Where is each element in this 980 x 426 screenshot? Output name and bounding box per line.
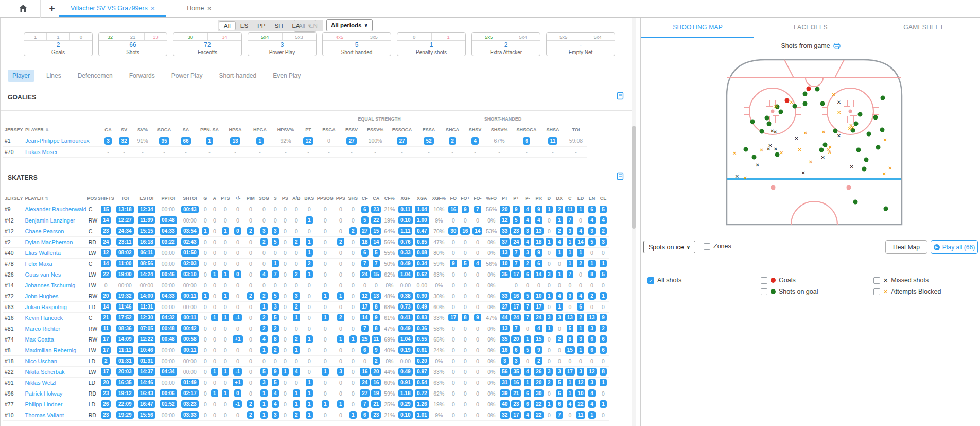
shot-marker[interactable] xyxy=(866,131,871,136)
report-book-icon[interactable] xyxy=(616,172,624,180)
column-header-player[interactable]: PLAYER⇅ xyxy=(23,124,100,135)
shot-marker[interactable] xyxy=(803,91,808,96)
shot-marker[interactable] xyxy=(767,122,772,126)
summary-card-empty-net[interactable]: 5x55x4-Empty Net xyxy=(546,32,615,56)
shot-marker[interactable]: ✕ xyxy=(809,160,813,165)
player-link[interactable]: Julian Raspotnig xyxy=(25,304,67,310)
shot-marker[interactable] xyxy=(853,199,858,204)
player-link[interactable]: Chase Pearson xyxy=(25,228,64,234)
shot-marker[interactable] xyxy=(815,87,819,92)
player-link[interactable]: Felix Maxa xyxy=(25,261,52,267)
shot-marker[interactable] xyxy=(880,96,885,100)
shot-marker[interactable] xyxy=(823,142,828,147)
player-link[interactable]: Benjamin Lanzinger xyxy=(25,217,75,224)
player-link[interactable]: Elias Wallenta xyxy=(25,250,61,256)
player-link[interactable]: Dylan MacPherson xyxy=(25,239,73,245)
shot-marker[interactable] xyxy=(785,98,790,103)
shot-marker[interactable]: ✕ xyxy=(755,163,759,168)
shot-marker[interactable] xyxy=(764,116,769,121)
legend-checkbox-all-shots[interactable]: ✓ xyxy=(647,277,654,284)
summary-card-short-handed[interactable]: 4x53x55Short-handed xyxy=(322,32,391,56)
player-link[interactable]: Johannes Tschurnig xyxy=(25,282,76,288)
tab-game[interactable]: Villacher SV VS Graz99ers✕ xyxy=(59,0,166,17)
shot-marker[interactable] xyxy=(802,101,807,106)
summary-card-faceoffs[interactable]: 383472Faceoffs xyxy=(173,32,242,56)
shot-marker[interactable]: ✕ xyxy=(801,171,806,176)
shot-marker[interactable]: ✕ xyxy=(851,125,855,130)
player-link[interactable]: Niklas Wetzl xyxy=(25,380,56,386)
tab-home[interactable]: Home✕ xyxy=(181,0,217,17)
player-link[interactable]: Marco Richter xyxy=(25,326,60,332)
sort-icon[interactable]: ⇅ xyxy=(45,128,49,132)
shot-marker[interactable]: ✕ xyxy=(798,147,802,152)
view-tab-power-play[interactable]: Power Play xyxy=(167,70,207,82)
legend-checkbox-attempts-blocked[interactable] xyxy=(873,288,880,295)
player-link[interactable]: Patrick Holway xyxy=(25,390,63,397)
shot-marker[interactable]: ✕ xyxy=(732,151,737,156)
close-icon[interactable]: ✕ xyxy=(207,6,211,11)
report-book-icon[interactable] xyxy=(616,92,624,100)
map-tab-gamesheet[interactable]: GAMESHEET xyxy=(867,18,980,38)
view-tab-short-handed[interactable]: Short-handed xyxy=(214,70,261,82)
shot-marker[interactable]: ✕ xyxy=(803,131,808,136)
shot-marker[interactable] xyxy=(883,207,888,211)
home-icon[interactable] xyxy=(14,3,32,14)
add-tab-button[interactable]: + xyxy=(45,1,59,15)
shot-marker[interactable]: ✕ xyxy=(774,104,778,109)
shot-marker[interactable] xyxy=(856,148,861,152)
scrollbar-thumb[interactable] xyxy=(632,126,636,229)
view-tab-forwards[interactable]: Forwards xyxy=(125,70,160,82)
strength-filter-all[interactable]: All xyxy=(219,21,236,30)
player-link[interactable]: Kevin Hancock xyxy=(25,315,63,321)
shot-marker[interactable] xyxy=(751,155,756,160)
shot-marker[interactable]: ✕ xyxy=(774,147,778,152)
view-tab-player[interactable]: Player xyxy=(8,70,34,82)
shot-marker[interactable] xyxy=(873,115,878,120)
shot-marker[interactable]: ✕ xyxy=(759,148,763,153)
summary-card-extra-attacker[interactable]: 5x55x42Extra Attacker xyxy=(471,32,540,56)
shot-marker[interactable]: ✕ xyxy=(888,166,892,171)
shot-marker[interactable]: ✕ xyxy=(882,172,886,177)
shot-marker[interactable]: ✕ xyxy=(832,92,836,97)
player-link[interactable]: Lukas Moser xyxy=(25,149,58,155)
sort-icon[interactable]: ⇅ xyxy=(45,196,48,201)
shot-marker[interactable] xyxy=(775,152,779,157)
shot-marker[interactable] xyxy=(807,87,811,91)
spots-select[interactable]: Spots on ice∨ xyxy=(643,241,695,253)
play-all-button[interactable]: ▶ Play all (66) xyxy=(931,240,978,254)
shot-marker[interactable] xyxy=(857,112,862,116)
period-filter-dropdown[interactable]: All periods∨ xyxy=(326,19,373,31)
shot-marker[interactable]: ✕ xyxy=(773,130,777,135)
shot-marker[interactable]: ✕ xyxy=(743,176,747,181)
shot-marker[interactable]: ✕ xyxy=(837,100,841,105)
summary-card-goals[interactable]: 1102Goals xyxy=(24,32,93,56)
view-tab-even-play[interactable]: Even Play xyxy=(268,70,305,82)
strength-filter-pp[interactable]: PP xyxy=(253,22,270,30)
shot-marker[interactable]: ✕ xyxy=(837,133,841,139)
vertical-scrollbar[interactable] xyxy=(632,18,636,426)
close-icon[interactable]: ✕ xyxy=(151,6,155,11)
summary-card-penalty-shots[interactable]: 011Penalty shots xyxy=(397,32,466,56)
legend-checkbox-shots-on-goal[interactable] xyxy=(761,288,767,295)
player-link[interactable]: Jean-Philippe Lamoureux xyxy=(25,138,90,144)
summary-card-shots[interactable]: 32211366Shots xyxy=(98,32,167,56)
map-tab-faceoffs[interactable]: FACEOFFS xyxy=(754,18,867,38)
shot-marker[interactable] xyxy=(743,147,748,152)
shot-marker[interactable] xyxy=(820,101,825,106)
team-filter-dropdown[interactable]: All∨ xyxy=(294,20,316,32)
player-link[interactable]: Guus van Nes xyxy=(25,271,61,278)
shot-marker[interactable]: ✕ xyxy=(790,100,794,105)
shot-marker[interactable] xyxy=(876,145,880,150)
shot-marker[interactable]: ✕ xyxy=(779,150,783,156)
shot-marker[interactable]: ✕ xyxy=(828,150,832,155)
shot-marker[interactable]: ✕ xyxy=(837,110,841,115)
shot-marker[interactable] xyxy=(778,109,783,114)
shot-marker[interactable]: ✕ xyxy=(850,164,854,169)
shot-marker[interactable] xyxy=(864,157,869,162)
shot-marker[interactable] xyxy=(760,129,764,133)
player-link[interactable]: Alexander Rauchenwald xyxy=(25,206,86,212)
summary-card-power-play[interactable]: 5x45x33Power Play xyxy=(248,32,317,56)
printer-icon[interactable] xyxy=(833,43,841,49)
shot-marker[interactable] xyxy=(880,127,884,132)
strength-filter-es[interactable]: ES xyxy=(236,22,253,30)
